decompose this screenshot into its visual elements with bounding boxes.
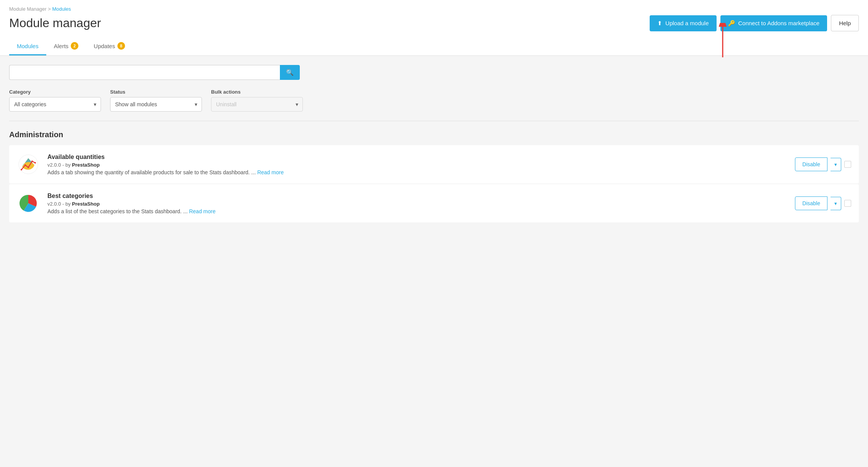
- module-actions-1: Disable ▾: [795, 157, 851, 171]
- status-select[interactable]: Show all modules Enabled modules Disable…: [110, 97, 202, 112]
- section-title: Administration: [9, 130, 859, 139]
- bulk-actions-group: Bulk actions Uninstall Disable Enable: [211, 89, 303, 112]
- alerts-badge: 2: [71, 42, 78, 50]
- connect-addons-button[interactable]: 🔑 Connect to Addons marketplace: [720, 15, 827, 31]
- read-more-link-2[interactable]: Read more: [189, 208, 215, 214]
- category-filter-group: Category All categories Administration A…: [9, 89, 101, 112]
- category-label: Category: [9, 89, 101, 95]
- svg-point-3: [21, 169, 22, 170]
- svg-point-6: [31, 161, 33, 162]
- search-row: 🔍: [9, 65, 300, 80]
- key-icon: 🔑: [728, 20, 735, 27]
- dropdown-button-2[interactable]: ▾: [831, 197, 841, 210]
- help-button[interactable]: Help: [831, 15, 859, 31]
- module-meta: v2.0.0 - by PrestaShop: [47, 162, 787, 168]
- search-input[interactable]: [9, 65, 280, 80]
- module-card-best-categories: Best categories v2.0.0 - by PrestaShop A…: [9, 184, 859, 222]
- module-meta-2: v2.0.0 - by PrestaShop: [47, 201, 787, 207]
- svg-point-7: [34, 162, 36, 164]
- administration-section: Administration: [9, 130, 859, 222]
- status-label: Status: [110, 89, 202, 95]
- filters-row: Category All categories Administration A…: [9, 89, 859, 112]
- bulk-actions-label: Bulk actions: [211, 89, 303, 95]
- disable-button-2[interactable]: Disable: [795, 196, 827, 210]
- breadcrumb-parent: Module Manager: [9, 6, 47, 12]
- updates-badge: 8: [117, 42, 125, 50]
- page-title: Module manager: [9, 16, 101, 30]
- status-filter-group: Status Show all modules Enabled modules …: [110, 89, 202, 112]
- module-info-best-categories: Best categories v2.0.0 - by PrestaShop A…: [47, 193, 787, 214]
- module-icon-available-quantities: [17, 153, 40, 176]
- module-checkbox-2[interactable]: [844, 200, 851, 207]
- module-name-2: Best categories: [47, 193, 787, 199]
- category-select-wrapper: All categories Administration Analytics …: [9, 97, 101, 112]
- search-button[interactable]: 🔍: [280, 65, 300, 80]
- breadcrumb-separator: >: [48, 6, 52, 12]
- module-desc: Adds a tab showing the quantity of avail…: [47, 169, 787, 175]
- module-info-available-quantities: Available quantities v2.0.0 - by PrestaS…: [47, 154, 787, 175]
- header-buttons: ⬆ Upload a module 🔑 Connect to Addons ma…: [650, 15, 859, 31]
- search-icon: 🔍: [286, 69, 294, 76]
- module-checkbox-1[interactable]: [844, 161, 851, 168]
- tab-alerts[interactable]: Alerts 2: [46, 37, 86, 55]
- breadcrumb: Module Manager > Modules: [9, 6, 859, 12]
- breadcrumb-current[interactable]: Modules: [52, 6, 71, 12]
- module-name: Available quantities: [47, 154, 787, 161]
- status-select-wrapper: Show all modules Enabled modules Disable…: [110, 97, 202, 112]
- svg-point-4: [24, 164, 26, 166]
- chevron-down-icon-2: ▾: [834, 201, 837, 206]
- svg-point-5: [28, 167, 29, 168]
- upload-icon: ⬆: [657, 20, 662, 27]
- disable-button-1[interactable]: Disable: [795, 157, 827, 171]
- module-actions-2: Disable ▾: [795, 196, 851, 210]
- read-more-link-1[interactable]: Read more: [257, 169, 284, 175]
- bulk-select-wrapper: Uninstall Disable Enable: [211, 97, 303, 112]
- chevron-down-icon: ▾: [834, 162, 837, 167]
- category-select[interactable]: All categories Administration Analytics …: [9, 97, 101, 112]
- module-icon-best-categories: [17, 192, 40, 215]
- section-divider: [9, 121, 859, 121]
- content-area: 🔍 Category All categories Administration…: [0, 56, 868, 232]
- bulk-actions-select[interactable]: Uninstall Disable Enable: [211, 97, 303, 112]
- module-desc-2: Adds a list of the best categories to th…: [47, 208, 787, 214]
- tab-modules[interactable]: Modules: [9, 37, 46, 55]
- upload-module-button[interactable]: ⬆ Upload a module: [650, 15, 716, 31]
- module-card-available-quantities: Available quantities v2.0.0 - by PrestaS…: [9, 145, 859, 183]
- dropdown-button-1[interactable]: ▾: [831, 158, 841, 171]
- tabs: Modules Alerts 2 Updates 8: [9, 37, 859, 55]
- tab-updates[interactable]: Updates 8: [86, 37, 133, 55]
